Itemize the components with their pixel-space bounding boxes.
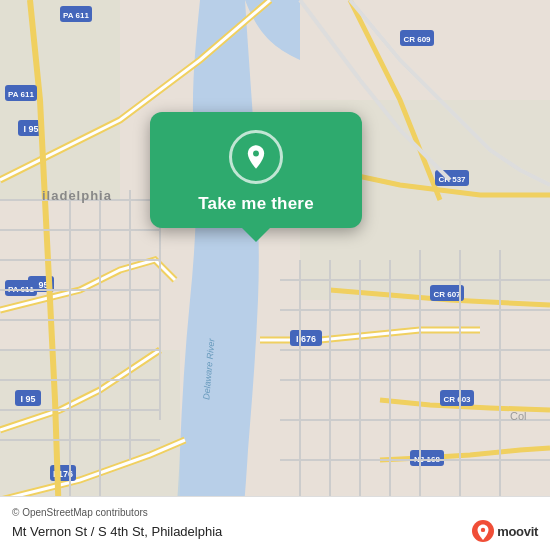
svg-text:iladelphia: iladelphia [42,188,112,203]
svg-text:PA 611: PA 611 [63,11,89,20]
svg-point-62 [481,528,485,532]
moovit-icon [472,520,494,542]
svg-text:I 95: I 95 [23,124,38,134]
bottom-bar: © OpenStreetMap contributors Mt Vernon S… [0,496,550,550]
map-attribution: © OpenStreetMap contributors [12,507,538,518]
moovit-text: moovit [497,524,538,539]
svg-text:I 95: I 95 [20,394,35,404]
svg-text:CR 537: CR 537 [438,175,466,184]
svg-point-60 [253,151,259,157]
svg-text:CR 603: CR 603 [443,395,471,404]
map-svg: I 95 I 95 I 95 I 176 I 676 PA 611 PA 611… [0,0,550,550]
svg-text:Col: Col [510,410,527,422]
moovit-logo: moovit [472,520,538,542]
svg-text:CR 607: CR 607 [433,290,461,299]
svg-text:I 676: I 676 [296,334,316,344]
location-name: Mt Vernon St / S 4th St, Philadelphia [12,524,222,539]
popup-icon-wrap [229,130,283,184]
location-pin-icon [242,143,270,171]
svg-text:CR 609: CR 609 [403,35,431,44]
take-me-there-button[interactable]: Take me there [198,194,314,214]
popup-card[interactable]: Take me there [150,112,362,228]
location-label-row: Mt Vernon St / S 4th St, Philadelphia mo… [12,520,538,542]
svg-text:PA 611: PA 611 [8,90,34,99]
map-container: I 95 I 95 I 95 I 176 I 676 PA 611 PA 611… [0,0,550,550]
